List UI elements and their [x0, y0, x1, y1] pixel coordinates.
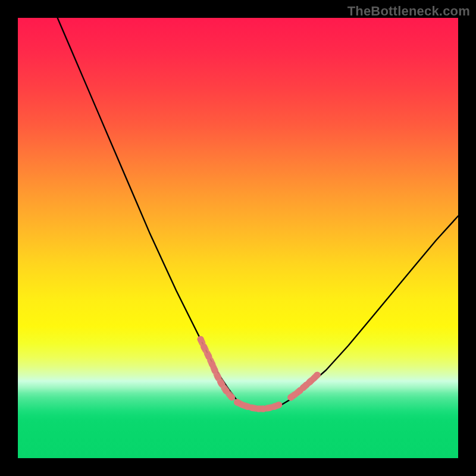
left-dot-band-dot [198, 336, 204, 343]
left-dot-band-dot [223, 387, 230, 394]
left-dot-band-dot [228, 394, 235, 400]
bottom-dot-band-dot [275, 402, 282, 408]
left-dot-band-dot [214, 374, 221, 380]
left-dot-band-dot [211, 367, 218, 374]
left-dot-band-dot [201, 344, 208, 350]
right-dot-band-dot [314, 372, 321, 378]
left-dot-band-dot [218, 380, 224, 387]
plot-area [18, 18, 458, 458]
dots-layer [198, 336, 321, 412]
curve-layer [58, 18, 458, 409]
chart-frame: TheBottleneck.com [0, 0, 476, 476]
bottleneck-curve-path [58, 18, 458, 409]
left-dot-band-dot [205, 353, 212, 359]
chart-svg [18, 18, 458, 458]
watermark-text: TheBottleneck.com [347, 4, 470, 19]
